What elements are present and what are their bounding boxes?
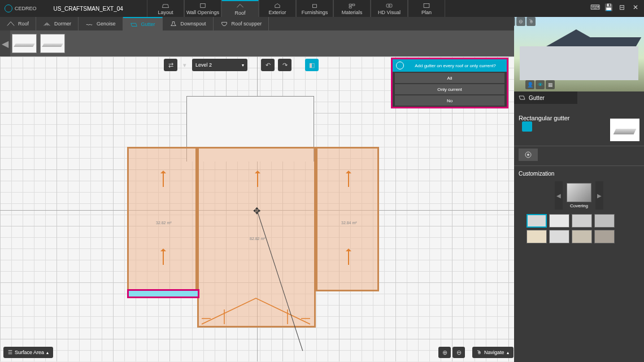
tab-materials[interactable]: Materials: [333, 0, 371, 17]
swatch-5[interactable]: [526, 230, 547, 243]
preview-tools-right: ⊕ ⊖ 🖱: [514, 17, 625, 91]
tab-wall-openings[interactable]: Wall Openings: [184, 0, 221, 17]
svg-point-3: [389, 5, 390, 6]
gallery-prev-icon[interactable]: ◀: [0, 30, 10, 56]
canvas[interactable]: 32.82 m² 82.82 m² 32.84 m² ✥ ⇄ ▾ Level 2…: [0, 56, 514, 361]
swatch-7[interactable]: [572, 230, 592, 243]
material-label: Covering: [570, 203, 588, 208]
subtab-dormer[interactable]: Dormer: [36, 17, 79, 30]
material-selector-row: ◀ Covering ▶: [519, 181, 639, 210]
room-left-area: 32.82 m²: [156, 221, 172, 225]
undo-button[interactable]: ↶: [261, 59, 275, 71]
svg-rect-1: [313, 4, 317, 7]
floor-plan: 32.82 m² 82.82 m² 32.84 m²: [127, 147, 379, 328]
rp-icon-tabs: [514, 146, 644, 165]
gutter-thumb-2[interactable]: [40, 34, 65, 53]
popup-header: Add gutter on every roof or only current…: [393, 59, 507, 72]
rp-preview-thumb: [610, 119, 639, 141]
customization-section: Customization ◀ Covering ▶ ◀ ▶: [514, 165, 644, 256]
app-header: CEDREO US_CRAFTSMAN_EXT_04 Layout Wall O…: [0, 0, 644, 17]
swatch-6[interactable]: [549, 230, 569, 243]
swatch-4[interactable]: [594, 214, 615, 228]
redo-button[interactable]: ↷: [278, 59, 291, 71]
gutter-icon: [519, 94, 525, 101]
popup-option-only-current[interactable]: Only current: [395, 84, 504, 94]
brand-text: CEDREO: [15, 6, 37, 11]
tab-plan[interactable]: Plan: [408, 0, 445, 17]
svg-point-6: [527, 154, 529, 156]
preview-3d[interactable]: 👤 👁 ▦ ⊕ ⊖ 🖱: [514, 17, 644, 91]
arrow-icon: [163, 249, 164, 265]
navigate-toggle[interactable]: 🖱 Navigate ▴: [472, 347, 514, 358]
swap-icon[interactable]: ⇄: [164, 59, 177, 71]
arrow-icon: [348, 171, 349, 187]
tab-exterior[interactable]: Exterior: [259, 0, 296, 17]
svg-rect-4: [424, 3, 429, 7]
tab-layout[interactable]: Layout: [147, 0, 184, 17]
pv-mouse-icon[interactable]: 🖱: [526, 17, 536, 26]
svg-rect-0: [201, 3, 205, 7]
logo-icon: [5, 5, 12, 12]
rp-title-row: Rectangular gutter: [514, 104, 644, 146]
customization-title: Customization: [519, 168, 639, 181]
tab-roof[interactable]: Roof: [221, 0, 259, 17]
material-card-covering[interactable]: Covering: [565, 183, 593, 208]
brand-logo: CEDREO: [5, 5, 37, 12]
swatch-grid: [519, 214, 639, 243]
popup-title: Add gutter on every roof or only current…: [407, 63, 503, 68]
room-left[interactable]: 32.82 m²: [127, 147, 197, 291]
rp-title: Rectangular gutter: [519, 115, 610, 121]
right-panel-header: Gutter: [514, 91, 577, 104]
swatch-1[interactable]: [526, 214, 547, 228]
swatch-2[interactable]: [549, 214, 569, 228]
project-name: US_CRAFTSMAN_EXT_04: [54, 6, 123, 12]
svg-rect-2: [386, 4, 392, 7]
rp-info-tab[interactable]: [522, 121, 532, 132]
material-next-icon[interactable]: ▶: [595, 181, 603, 210]
zoom-out-button[interactable]: ⊖: [452, 347, 465, 358]
close-icon[interactable]: ✕: [630, 2, 641, 12]
tab-furnishings[interactable]: Furnishings: [296, 0, 333, 17]
swatch-3[interactable]: [572, 214, 592, 228]
canvas-top-controls: ⇄ ▾ Level 2 ↶ ↷ ◧: [164, 59, 319, 71]
room-center-area: 82.82 m²: [250, 237, 266, 241]
pv-zoom-out-icon[interactable]: ⊖: [516, 17, 525, 26]
arrow-icon: [257, 171, 258, 187]
gutter-thumb-1[interactable]: [12, 34, 37, 53]
minimize-icon[interactable]: ⊟: [617, 2, 627, 12]
surface-area-toggle[interactable]: ☰ Surface Area ▴: [3, 347, 53, 358]
gutter-apply-popup: Add gutter on every roof or only current…: [391, 58, 508, 108]
tab-hd-visual[interactable]: HD Visual: [371, 0, 408, 17]
popup-option-no[interactable]: No: [395, 95, 504, 106]
save-icon[interactable]: 💾: [603, 2, 613, 12]
question-icon: [396, 62, 404, 69]
tool-active-button[interactable]: ◧: [305, 59, 319, 71]
arrow-icon: [163, 171, 164, 187]
level-selector[interactable]: Level 2: [192, 59, 247, 71]
subtab-gutter[interactable]: Gutter: [123, 17, 163, 30]
subtab-roof[interactable]: Roof: [0, 17, 36, 30]
arrow-icon: [348, 249, 349, 265]
material-prev-icon[interactable]: ◀: [555, 181, 563, 210]
subtab-genoise[interactable]: Genoise: [79, 17, 123, 30]
material-preview: [567, 183, 591, 202]
selected-gutter-segment[interactable]: [127, 289, 199, 298]
main-tabs: Layout Wall Openings Roof Exterior Furni…: [147, 0, 445, 17]
subtab-downspout[interactable]: Downspout: [163, 17, 214, 30]
room-right[interactable]: 32.84 m²: [316, 147, 379, 291]
gable-outline: [199, 294, 315, 328]
customization-tab-icon[interactable]: [519, 149, 538, 161]
keyboard-icon[interactable]: ⌨: [590, 2, 600, 12]
swatch-8[interactable]: [594, 230, 615, 243]
right-panel: Gutter Rectangular gutter Customization …: [514, 91, 644, 362]
subtab-roof-scupper[interactable]: Roof scupper: [214, 17, 269, 30]
room-right-area: 32.84 m²: [341, 221, 357, 225]
header-right-controls: ⌨ 💾 ⊟ ✕: [590, 2, 641, 12]
level-down-button[interactable]: ▾: [181, 59, 189, 71]
popup-option-all[interactable]: All: [395, 73, 504, 83]
zoom-controls: ⊕ ⊖: [438, 347, 465, 358]
zoom-in-button[interactable]: ⊕: [438, 347, 451, 358]
pv-zoom-in-icon[interactable]: ⊕: [514, 17, 515, 26]
